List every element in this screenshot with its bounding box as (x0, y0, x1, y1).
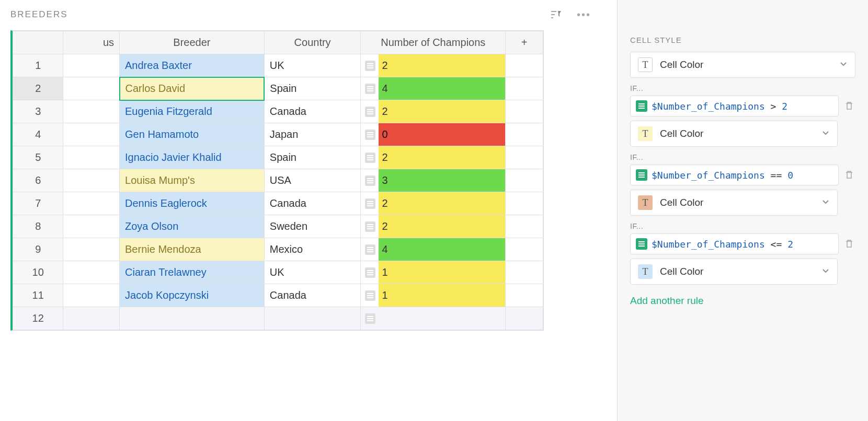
table-row[interactable]: 11Jacob KopczynskiCanada1 (13, 284, 543, 307)
empty-cell[interactable] (63, 307, 120, 330)
empty-cell[interactable] (120, 307, 265, 330)
filter-sort-icon[interactable] (550, 8, 562, 21)
cell-us[interactable] (63, 169, 120, 192)
row-number[interactable]: 11 (13, 284, 63, 307)
formula-input[interactable]: $Number_of_Champions == 0 (630, 165, 839, 185)
table-row[interactable]: 2Carlos DavidSpain4 (13, 77, 543, 100)
cell-country[interactable]: Canada (264, 284, 361, 307)
empty-cell[interactable] (506, 307, 543, 330)
cell-breeder[interactable]: Jacob Kopczynski (120, 284, 265, 307)
cell-country[interactable]: Canada (264, 100, 361, 123)
cell-us[interactable] (63, 123, 120, 146)
cell-extra[interactable] (506, 284, 543, 307)
cell-extra[interactable] (506, 77, 543, 100)
cell-us[interactable] (63, 146, 120, 169)
rule-style-select[interactable]: TCell Color (630, 121, 838, 147)
cell-country[interactable]: Japan (264, 123, 361, 146)
cell-country[interactable]: Spain (264, 146, 361, 169)
cell-extra[interactable] (506, 123, 543, 146)
cell-breeder[interactable]: Dennis Eaglerock (120, 192, 265, 215)
table-row[interactable]: 6Louisa Mump'sUSA3 (13, 169, 543, 192)
table-row[interactable]: 1Andrea BaxterUK2 (13, 54, 543, 77)
row-number[interactable]: 3 (13, 100, 63, 123)
cell-extra[interactable] (506, 100, 543, 123)
add-row[interactable]: 12 (13, 307, 543, 330)
row-number[interactable]: 2 (13, 77, 63, 100)
more-menu-icon[interactable]: ••• (577, 9, 591, 21)
cell-country[interactable]: Spain (264, 77, 361, 100)
cell-style-default-select[interactable]: T Cell Color (630, 52, 855, 78)
row-number[interactable]: 6 (13, 169, 63, 192)
cell-us[interactable] (63, 284, 120, 307)
cell-us[interactable] (63, 77, 120, 100)
cell-breeder[interactable]: Eugenia Fitzgerald (120, 100, 265, 123)
add-rule-button[interactable]: Add another rule (630, 295, 855, 307)
formula-input[interactable]: $Number_of_Champions > 2 (630, 96, 839, 116)
cell-us[interactable] (63, 192, 120, 215)
delete-rule-icon[interactable] (844, 169, 855, 181)
cell-us[interactable] (63, 54, 120, 77)
formula-input[interactable]: $Number_of_Champions <= 2 (630, 233, 839, 254)
cell-extra[interactable] (506, 215, 543, 238)
row-number[interactable]: 8 (13, 215, 63, 238)
row-number[interactable]: 12 (13, 307, 63, 330)
cell-champions[interactable]: 2 (361, 192, 506, 215)
cell-champions[interactable]: 2 (361, 100, 506, 123)
cell-us[interactable] (63, 100, 120, 123)
column-header-partial[interactable]: us (63, 31, 120, 54)
row-number[interactable]: 5 (13, 146, 63, 169)
cell-champions[interactable] (361, 307, 506, 330)
data-grid[interactable]: us Breeder Country Number of Champions +… (10, 30, 544, 331)
delete-rule-icon[interactable] (844, 100, 855, 112)
cell-extra[interactable] (506, 192, 543, 215)
add-column-button[interactable]: + (506, 31, 543, 54)
table-row[interactable]: 5Ignacio Javier KhalidSpain2 (13, 146, 543, 169)
table-row[interactable]: 7Dennis EaglerockCanada2 (13, 192, 543, 215)
row-number[interactable]: 10 (13, 261, 63, 284)
row-number[interactable]: 4 (13, 123, 63, 146)
cell-champions[interactable]: 2 (361, 54, 506, 77)
cell-breeder[interactable]: Gen Hamamoto (120, 123, 265, 146)
cell-breeder[interactable]: Zoya Olson (120, 215, 265, 238)
table-row[interactable]: 10Ciaran TrelawneyUK1 (13, 261, 543, 284)
delete-rule-icon[interactable] (844, 238, 855, 250)
column-header-country[interactable]: Country (264, 31, 361, 54)
cell-champions[interactable]: 2 (361, 215, 506, 238)
cell-breeder[interactable]: Andrea Baxter (120, 54, 265, 77)
cell-breeder[interactable]: Bernie Mendoza (120, 238, 265, 261)
rule-style-select[interactable]: TCell Color (630, 259, 838, 285)
cell-champions[interactable]: 1 (361, 261, 506, 284)
cell-us[interactable] (63, 238, 120, 261)
cell-country[interactable]: Sweden (264, 215, 361, 238)
cell-us[interactable] (63, 261, 120, 284)
table-row[interactable]: 3Eugenia FitzgeraldCanada2 (13, 100, 543, 123)
table-row[interactable]: 9Bernie MendozaMexico4 (13, 238, 543, 261)
cell-extra[interactable] (506, 146, 543, 169)
cell-country[interactable]: UK (264, 261, 361, 284)
cell-country[interactable]: UK (264, 54, 361, 77)
rule-style-select[interactable]: TCell Color (630, 190, 838, 216)
column-header-breeder[interactable]: Breeder (120, 31, 265, 54)
cell-breeder[interactable]: Louisa Mump's (120, 169, 265, 192)
cell-champions[interactable]: 3 (361, 169, 506, 192)
cell-champions[interactable]: 4 (361, 77, 506, 100)
cell-country[interactable]: USA (264, 169, 361, 192)
cell-champions[interactable]: 4 (361, 238, 506, 261)
table-row[interactable]: 4Gen HamamotoJapan0 (13, 123, 543, 146)
cell-extra[interactable] (506, 169, 543, 192)
cell-breeder[interactable]: Ciaran Trelawney (120, 261, 265, 284)
cell-champions[interactable]: 1 (361, 284, 506, 307)
cell-us[interactable] (63, 215, 120, 238)
table-row[interactable]: 8Zoya OlsonSweden2 (13, 215, 543, 238)
cell-extra[interactable] (506, 238, 543, 261)
cell-breeder[interactable]: Carlos David (120, 77, 265, 100)
column-header-champions[interactable]: Number of Champions (361, 31, 506, 54)
cell-country[interactable]: Canada (264, 192, 361, 215)
cell-champions[interactable]: 2 (361, 146, 506, 169)
cell-extra[interactable] (506, 54, 543, 77)
row-number[interactable]: 7 (13, 192, 63, 215)
cell-extra[interactable] (506, 261, 543, 284)
row-number[interactable]: 9 (13, 238, 63, 261)
empty-cell[interactable] (264, 307, 361, 330)
cell-champions[interactable]: 0 (361, 123, 506, 146)
